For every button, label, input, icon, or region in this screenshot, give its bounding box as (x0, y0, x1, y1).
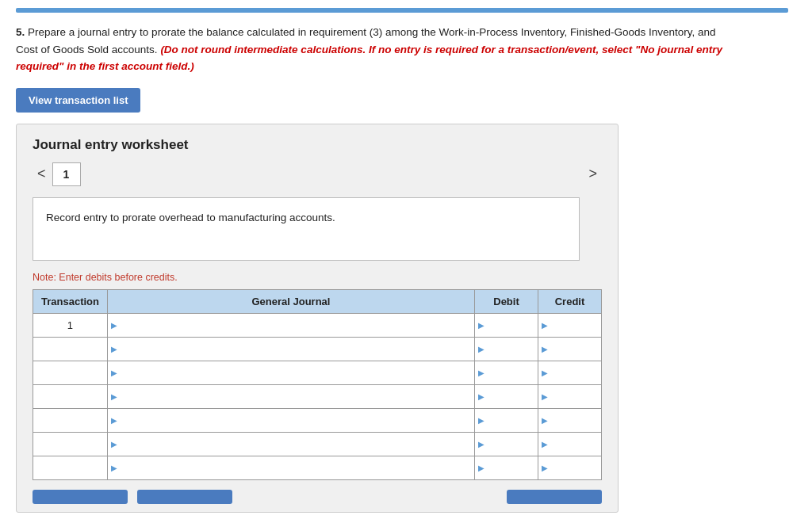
transaction-number-cell (33, 456, 108, 479)
debit-input-5[interactable] (475, 409, 538, 432)
bottom-button-3[interactable] (507, 490, 602, 504)
table-row (33, 408, 602, 432)
bottom-buttons-row (33, 490, 602, 512)
general-journal-input-3[interactable] (108, 361, 474, 384)
journal-table: Transaction General Journal Debit Credit… (33, 289, 602, 480)
debit-cell-5[interactable] (475, 408, 538, 432)
general-journal-cell-3[interactable] (107, 361, 474, 384)
transaction-number-cell (33, 408, 108, 432)
debit-input-6[interactable] (475, 433, 538, 456)
credit-input-2[interactable] (538, 338, 601, 361)
debit-cell-3[interactable] (475, 361, 538, 384)
transaction-number-cell (33, 337, 108, 361)
debit-input-4[interactable] (475, 385, 538, 408)
debit-input-7[interactable] (475, 456, 538, 479)
header-debit: Debit (475, 289, 538, 313)
nav-row: < 1 > (33, 162, 602, 186)
general-journal-input-2[interactable] (108, 338, 474, 361)
general-journal-cell-6[interactable] (107, 432, 474, 456)
prev-page-button[interactable]: < (33, 166, 51, 182)
credit-input-1[interactable] (538, 314, 601, 337)
transaction-number-cell: 1 (33, 313, 108, 337)
debit-cell-4[interactable] (475, 384, 538, 408)
credit-input-3[interactable] (538, 361, 601, 384)
general-journal-input-7[interactable] (108, 456, 474, 479)
general-journal-cell-5[interactable] (107, 408, 474, 432)
credit-input-4[interactable] (538, 385, 601, 408)
transaction-number-cell (33, 432, 108, 456)
top-bar (16, 8, 788, 13)
view-transaction-list-button[interactable]: View transaction list (16, 88, 140, 113)
table-row (33, 432, 602, 456)
credit-input-7[interactable] (538, 456, 601, 479)
table-row: 1 (33, 313, 602, 337)
credit-cell-4[interactable] (538, 384, 602, 408)
worksheet-title: Journal entry worksheet (33, 137, 602, 153)
credit-cell-1[interactable] (538, 313, 602, 337)
step-number: 5. (16, 26, 25, 38)
general-journal-input-5[interactable] (108, 409, 474, 432)
general-journal-cell-4[interactable] (107, 384, 474, 408)
header-transaction: Transaction (33, 289, 108, 313)
credit-cell-6[interactable] (538, 432, 602, 456)
credit-cell-3[interactable] (538, 361, 602, 384)
note-text: Note: Enter debits before credits. (33, 272, 602, 283)
credit-input-5[interactable] (538, 409, 601, 432)
debit-cell-1[interactable] (475, 313, 538, 337)
debit-cell-7[interactable] (475, 456, 538, 479)
general-journal-input-4[interactable] (108, 385, 474, 408)
entry-description-text: Record entry to prorate overhead to manu… (46, 212, 335, 223)
table-row (33, 361, 602, 384)
bottom-button-2[interactable] (137, 490, 232, 504)
table-row (33, 337, 602, 361)
header-general-journal: General Journal (107, 289, 474, 313)
transaction-number-cell (33, 361, 108, 384)
bottom-button-1[interactable] (33, 490, 128, 504)
table-row (33, 384, 602, 408)
credit-input-6[interactable] (538, 433, 601, 456)
page-number: 1 (52, 162, 81, 186)
general-journal-cell-1[interactable] (107, 313, 474, 337)
table-row (33, 456, 602, 479)
debit-input-1[interactable] (475, 314, 538, 337)
debit-input-3[interactable] (475, 361, 538, 384)
debit-input-2[interactable] (475, 338, 538, 361)
debit-cell-2[interactable] (475, 337, 538, 361)
debit-cell-6[interactable] (475, 432, 538, 456)
general-journal-cell-7[interactable] (107, 456, 474, 479)
general-journal-input-1[interactable] (108, 314, 474, 337)
credit-cell-5[interactable] (538, 408, 602, 432)
general-journal-cell-2[interactable] (107, 337, 474, 361)
header-credit: Credit (538, 289, 602, 313)
credit-cell-2[interactable] (538, 337, 602, 361)
credit-cell-7[interactable] (538, 456, 602, 479)
general-journal-input-6[interactable] (108, 433, 474, 456)
transaction-number-cell (33, 384, 108, 408)
entry-description-box: Record entry to prorate overhead to manu… (33, 197, 580, 261)
page-container: 5. Prepare a journal entry to prorate th… (0, 0, 812, 523)
next-page-button[interactable]: > (584, 166, 602, 182)
instructions-text: 5. Prepare a journal entry to prorate th… (16, 24, 730, 75)
worksheet-container: Journal entry worksheet < 1 > Record ent… (16, 124, 619, 513)
